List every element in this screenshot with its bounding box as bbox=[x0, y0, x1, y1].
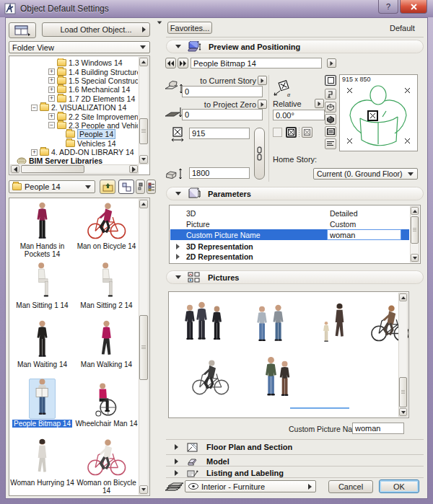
titlebar[interactable]: Object Default Settings bbox=[0, 0, 433, 17]
list-view-button[interactable] bbox=[146, 180, 156, 194]
layer-select[interactable]: Interior - Furniture bbox=[185, 480, 316, 492]
param-group-parameters-for-listing[interactable]: Parameters for Listing bbox=[170, 261, 409, 264]
preview-2d-symbol-button[interactable] bbox=[325, 75, 336, 86]
scroll-down-icon[interactable] bbox=[139, 485, 148, 494]
link-dimensions-button[interactable] bbox=[254, 128, 265, 180]
ok-button[interactable]: OK bbox=[379, 479, 419, 493]
scroll-down-icon[interactable] bbox=[399, 408, 407, 416]
thumb-man-sitting-2[interactable]: Man Sitting 2 14 bbox=[74, 260, 139, 319]
picture-group-walking[interactable] bbox=[182, 301, 227, 345]
pictures-scrollbar[interactable] bbox=[398, 293, 408, 417]
tree-horizontal-scrollbar[interactable] bbox=[10, 164, 139, 174]
up-one-level-button[interactable] bbox=[100, 180, 115, 194]
scroll-up-icon[interactable] bbox=[139, 58, 148, 66]
project-zero-input[interactable] bbox=[182, 109, 263, 120]
preview-front-view-button[interactable] bbox=[325, 89, 336, 100]
scroll-right-icon[interactable] bbox=[129, 165, 138, 173]
thumb-woman-on-bicycle[interactable]: Woman on Bicycle 14 bbox=[74, 438, 139, 494]
tree-item-people-and-vehicles[interactable]: −2.3 People and Vehicles 14 bbox=[11, 121, 138, 130]
tree-expander-icon[interactable]: − bbox=[48, 122, 55, 128]
tree-item-special-constructions[interactable]: +1.5 Special Constructions bbox=[11, 76, 138, 85]
picture-man-on-bicycle-bw[interactable] bbox=[191, 358, 231, 399]
thumb-man-sitting-1[interactable]: Man Sitting 1 14 bbox=[10, 260, 74, 319]
preview-3d-shaded-button[interactable] bbox=[325, 114, 336, 125]
next-object-button[interactable] bbox=[178, 58, 188, 68]
selected-picture-underline[interactable] bbox=[290, 407, 349, 409]
object-2d-preview[interactable]: 915 x 850 bbox=[339, 74, 418, 151]
tree-item-bim-server-libraries[interactable]: BIM Server Libraries bbox=[11, 156, 138, 164]
tree-vertical-scrollbar[interactable] bbox=[139, 57, 149, 164]
parameters-vscroll-thumb[interactable] bbox=[411, 216, 419, 244]
use-symbol-rotation-checkbox[interactable] bbox=[273, 128, 282, 137]
current-folder-select[interactable]: People 14 bbox=[9, 180, 95, 193]
thumb-man-walking[interactable]: Man Walking 14 bbox=[74, 319, 139, 379]
picture-woman-and-child[interactable] bbox=[317, 302, 350, 345]
panel-header-floor-plan-and-section[interactable]: Floor Plan and Section bbox=[166, 441, 424, 453]
thumb-people-bitmap-selected[interactable]: People Bitmap 14 bbox=[10, 379, 74, 438]
picture-couple-standing[interactable] bbox=[263, 355, 296, 400]
object-height-input[interactable] bbox=[189, 167, 250, 179]
thumbnail-view-button[interactable] bbox=[118, 180, 134, 194]
scroll-up-icon[interactable] bbox=[139, 200, 148, 208]
library-view-mode-select[interactable]: Folder View bbox=[9, 41, 150, 53]
splitter-collapse-icon[interactable] bbox=[157, 22, 162, 25]
expand-arrow-icon[interactable] bbox=[176, 254, 180, 260]
tree-item-visualization[interactable]: −2. VISUALIZATION 14 bbox=[11, 103, 138, 112]
thumb-man-waiting[interactable]: Man Waiting 14 bbox=[10, 319, 74, 379]
thumb-man-hands-in-pockets[interactable]: Man Hands in Pockets 14 bbox=[10, 201, 74, 260]
param-value-input[interactable] bbox=[327, 229, 401, 240]
tree-vscroll-thumb[interactable] bbox=[139, 118, 148, 144]
scroll-up-icon[interactable] bbox=[411, 207, 419, 215]
preview-picture-button[interactable] bbox=[325, 126, 336, 137]
expand-arrow-icon[interactable] bbox=[176, 263, 180, 265]
picture-couple-walking[interactable] bbox=[254, 304, 289, 345]
param-group-2d-representation[interactable]: 2D Representation bbox=[170, 252, 409, 261]
expand-arrow-icon[interactable] bbox=[176, 244, 180, 249]
help-button[interactable]: ? bbox=[378, 0, 398, 14]
tree-expander-icon[interactable]: − bbox=[31, 105, 38, 111]
panel-header-preview-positioning[interactable]: Preview and Positioning bbox=[166, 40, 424, 53]
param-row-3d[interactable]: 3D Detailed bbox=[170, 208, 409, 218]
object-name-field[interactable] bbox=[191, 58, 322, 68]
relative-menu-button[interactable] bbox=[315, 99, 324, 108]
tree-item-mechanical[interactable]: +1.6 Mechanical 14 bbox=[11, 85, 138, 94]
param-row-custom-picture-name-selected[interactable]: Custom Picture Name bbox=[170, 229, 409, 240]
cancel-button[interactable]: Cancel bbox=[328, 480, 373, 493]
param-group-3d-representation[interactable]: 3D Representation bbox=[170, 242, 409, 251]
panel-header-parameters[interactable]: Parameters bbox=[166, 187, 424, 200]
home-story-select[interactable]: Current (0. Ground Floor) bbox=[313, 168, 418, 180]
close-button[interactable] bbox=[400, 0, 427, 14]
load-other-object-button[interactable]: Load Other Object... bbox=[42, 22, 150, 37]
object-browser[interactable]: Man Hands in Pockets 14 Man on Bicycle 1… bbox=[9, 198, 150, 496]
previous-object-button[interactable] bbox=[165, 58, 176, 68]
to-project-zero-menu-button[interactable] bbox=[258, 100, 267, 109]
pictures-list[interactable] bbox=[168, 291, 409, 418]
object-width-input[interactable] bbox=[189, 128, 250, 139]
tree-item-building-structures[interactable]: +1.4 Building Structures 14 bbox=[11, 67, 138, 76]
elevation-input[interactable] bbox=[182, 86, 263, 97]
scroll-down-icon[interactable] bbox=[139, 155, 148, 164]
custom-picture-name-input[interactable] bbox=[352, 423, 404, 434]
to-current-story-menu-button[interactable] bbox=[258, 76, 267, 85]
mirror-off-button[interactable] bbox=[302, 127, 312, 138]
thumb-wheelchair-man[interactable]: Wheelchair Man 14 bbox=[74, 379, 139, 438]
parameters-scrollbar[interactable] bbox=[410, 206, 419, 262]
rotation-angle-input[interactable] bbox=[273, 110, 325, 120]
library-tree[interactable]: 1.3 Windows 14 +1.4 Building Structures … bbox=[9, 56, 150, 175]
tree-expander-icon[interactable]: + bbox=[48, 68, 55, 75]
tree-hscroll-thumb[interactable] bbox=[21, 165, 84, 173]
thumb-woman-hurrying[interactable]: Woman Hurrying 14 bbox=[10, 438, 74, 494]
browser-vscroll-thumb[interactable] bbox=[139, 315, 148, 380]
tree-expander-icon[interactable]: + bbox=[48, 77, 55, 84]
scroll-down-icon[interactable] bbox=[411, 254, 419, 262]
preview-3d-wireframe-button[interactable] bbox=[325, 102, 336, 112]
tree-item-windows[interactable]: 1.3 Windows 14 bbox=[11, 58, 138, 67]
pictures-vscroll-thumb[interactable] bbox=[399, 377, 407, 407]
tree-expander-icon[interactable]: + bbox=[48, 95, 55, 102]
browser-vertical-scrollbar[interactable] bbox=[139, 199, 149, 495]
small-icons-view-button[interactable] bbox=[136, 180, 145, 194]
object-name-menu-button[interactable] bbox=[327, 58, 336, 68]
tree-item-site-improvements[interactable]: +2.2 Site Improvements 14 bbox=[11, 112, 138, 120]
panel-header-pictures[interactable]: Pictures bbox=[166, 270, 424, 284]
tree-expander-icon[interactable]: + bbox=[31, 149, 38, 156]
